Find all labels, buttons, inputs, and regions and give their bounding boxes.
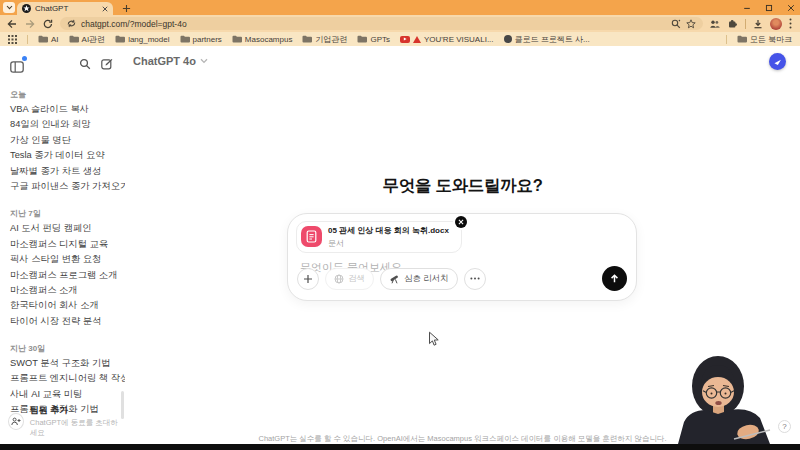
sidebar-chat-item[interactable]: 마소캠퍼스 소개: [0, 283, 125, 298]
mouse-cursor: [428, 331, 440, 351]
new-chat-button[interactable]: [101, 56, 113, 74]
sidebar-chat-item[interactable]: SWOT 분석 구조화 기법: [0, 356, 125, 371]
browser-tab-chatgpt[interactable]: ChatGPT: [17, 2, 113, 15]
chatgpt-favicon-icon: [22, 4, 31, 13]
bookmark-item[interactable]: Masocampus: [232, 35, 293, 44]
search-tool-button[interactable]: 검색: [325, 268, 374, 290]
back-button[interactable]: [6, 18, 18, 30]
search-tool-label: 검색: [348, 273, 365, 285]
bookmark-label: 기업관련: [315, 34, 347, 45]
warning-icon: [413, 36, 421, 43]
main-content: ChatGPT 4o 무엇을 도와드릴까요? 05 관세 인상 대응 회의 녹취…: [125, 46, 800, 444]
folder-icon: [357, 35, 367, 43]
deep-research-button[interactable]: 심층 리서치: [380, 268, 458, 290]
toolbar-right-icons: [709, 18, 794, 30]
site-icon: [504, 35, 512, 43]
bookmark-item[interactable]: 기업관련: [302, 34, 347, 45]
close-icon[interactable]: [787, 4, 795, 12]
sidebar-chat-item[interactable]: 구글 파이낸스 종가 가져오기: [0, 179, 125, 194]
bookmark-item[interactable]: AI관련: [69, 34, 106, 45]
minimize-icon[interactable]: [743, 4, 751, 12]
sidebar-icon-row: [0, 46, 125, 74]
bookmark-item[interactable]: partners: [180, 35, 222, 44]
extensions-puzzle-icon[interactable]: [727, 18, 738, 29]
sidebar-chat-item[interactable]: 프롬프트 엔지니어링 책 작성: [0, 371, 125, 386]
new-tab-button[interactable]: [120, 2, 133, 15]
sidebar-chat-item[interactable]: 타이어 시장 전략 분석: [0, 314, 125, 329]
menu-dots-icon[interactable]: [789, 18, 792, 29]
bookmark-item[interactable]: GPTs: [357, 35, 390, 44]
bookmark-item[interactable]: lang_model: [115, 35, 169, 44]
apps-grid-icon[interactable]: [8, 35, 17, 44]
send-button[interactable]: [602, 266, 627, 291]
document-file-icon: [301, 226, 322, 247]
sidebar-chat-item[interactable]: 마소캠퍼스 디지털 교육: [0, 237, 125, 252]
lens-search-icon[interactable]: [671, 19, 681, 29]
bookmark-label: AI: [51, 35, 59, 44]
toolbar-divider: [745, 19, 746, 29]
folder-icon: [38, 35, 48, 43]
sidebar-chat-item[interactable]: 84일의 인내와 희망: [0, 117, 125, 132]
extension-widget-button[interactable]: [769, 53, 786, 70]
url-text[interactable]: chatgpt.com/?model=gpt-4o: [81, 19, 666, 29]
maximize-icon[interactable]: [765, 4, 773, 12]
bookmark-item[interactable]: 클로드 프로젝트 사...: [504, 34, 590, 45]
bookmark-star-icon[interactable]: [686, 19, 696, 29]
help-button[interactable]: ?: [778, 420, 791, 433]
profile-avatar[interactable]: [770, 18, 782, 30]
bookmark-item[interactable]: AI: [38, 35, 59, 44]
bookmark-label: Masocampus: [245, 35, 293, 44]
attachment-chip[interactable]: 05 관세 인상 대응 회의 녹취.docx 문서: [296, 221, 462, 253]
tab-search-button[interactable]: [3, 2, 15, 13]
deep-research-label: 심층 리서치: [404, 273, 449, 285]
tab-close-icon[interactable]: [102, 6, 108, 12]
all-bookmarks-button[interactable]: 모든 북마크: [737, 34, 792, 45]
sidebar-chat-item[interactable]: Tesla 종가 데이터 요약: [0, 148, 125, 163]
attach-plus-button[interactable]: [297, 268, 319, 290]
close-icon: [458, 219, 464, 225]
youtube-icon: [400, 36, 410, 43]
sidebar-section-header: 지난 7일: [10, 208, 125, 219]
composer[interactable]: 05 관세 인상 대응 회의 녹취.docx 문서 무엇이든 물어보세요 검색: [287, 213, 637, 301]
folder-icon: [180, 35, 190, 43]
remove-attachment-button[interactable]: [455, 216, 467, 228]
sidebar-chat-item[interactable]: 날짜별 종가 차트 생성: [0, 164, 125, 179]
widget-glyph-icon: [772, 56, 783, 67]
all-bookmarks-label: 모든 북마크: [750, 34, 792, 45]
sidebar-chat-item[interactable]: 픽사 스타일 변환 요청: [0, 252, 125, 267]
sidebar-chat-item[interactable]: VBA 슬라이드 복사: [0, 102, 125, 117]
download-icon[interactable]: [753, 19, 763, 29]
sidebar-toggle-button[interactable]: [10, 59, 24, 71]
bookmark-label: YOU'RE VISUALI...: [424, 35, 494, 44]
ellipsis-icon: [470, 277, 480, 280]
greeting-heading: 무엇을 도와드릴까요?: [125, 175, 800, 197]
forward-button[interactable]: [24, 18, 36, 30]
composer-actions: 검색 심층 리서치: [297, 266, 627, 291]
help-label: ?: [782, 422, 786, 431]
sidebar-chat-item[interactable]: AI 도서 펀딩 캠페인: [0, 221, 125, 236]
profiles-icon[interactable]: [709, 19, 720, 29]
sidebar-chat-item[interactable]: 마소캠퍼스 프로그램 소개: [0, 268, 125, 283]
more-tools-button[interactable]: [464, 268, 486, 290]
attachment-chip-wrap: 05 관세 인상 대응 회의 녹취.docx 문서: [296, 221, 462, 253]
sidebar-chat-item[interactable]: 가상 인물 명단: [0, 133, 125, 148]
globe-icon: [334, 274, 344, 284]
window-controls: [743, 0, 795, 15]
search-chats-button[interactable]: [79, 56, 91, 74]
refresh-button[interactable]: [42, 18, 54, 30]
bookmarks-bar: AI AI관련 lang_model partners Masocampus 기…: [0, 32, 800, 46]
sidebar-chat-item[interactable]: 사내 AI 교육 미팅: [0, 387, 125, 402]
add-team-member-subtitle: ChatGPT에 동료를 초대하세요: [30, 418, 125, 438]
sidebar-section-header: 지난 30일: [10, 343, 125, 354]
bookmark-item[interactable]: YOU'RE VISUALI...: [400, 35, 494, 44]
sidebar-panel-icon: [10, 61, 24, 73]
model-label: ChatGPT 4o: [133, 55, 196, 67]
address-bar[interactable]: chatgpt.com/?model=gpt-4o: [60, 17, 703, 30]
sidebar-chat-item[interactable]: 한국타이어 회사 소개: [0, 298, 125, 313]
model-selector[interactable]: ChatGPT 4o: [133, 55, 208, 67]
add-team-member-button[interactable]: 팀원 추가 ChatGPT에 동료를 초대하세요: [8, 404, 125, 438]
arrow-up-icon: [609, 273, 620, 284]
attachment-type-label: 문서: [328, 238, 449, 249]
sync-icon: [67, 19, 76, 28]
bookmarks-divider: [726, 35, 727, 44]
